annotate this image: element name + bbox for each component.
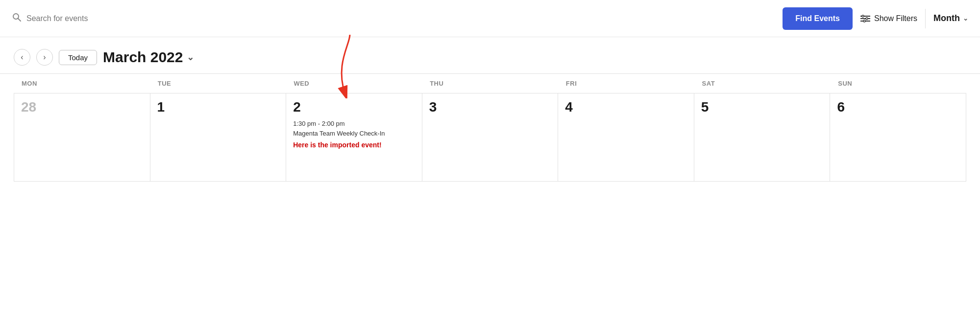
month-chevron-icon: ⌄ <box>963 15 968 22</box>
day-header-wed: WED <box>286 74 422 93</box>
table-row: 28 <box>14 93 150 182</box>
cell-date: 2 <box>293 99 415 115</box>
today-button[interactable]: Today <box>59 50 97 65</box>
month-title-text: March 2022 <box>103 49 183 66</box>
day-headers: MON TUE WED THU FRI SAT SUN <box>0 73 980 93</box>
event-item[interactable]: 1:30 pm - 2:00 pm Magenta Team Weekly Ch… <box>293 119 415 138</box>
calendar-nav: ‹ › Today March 2022 ⌄ <box>0 37 980 73</box>
month-selector-label: Month <box>933 13 960 23</box>
show-filters-button[interactable]: Show Filters <box>860 14 917 23</box>
show-filters-label: Show Filters <box>874 14 917 23</box>
day-header-mon: MON <box>14 74 150 93</box>
month-selector-button[interactable]: Month ⌄ <box>933 13 968 23</box>
day-header-sun: SUN <box>830 74 966 93</box>
cell-date: 28 <box>21 99 143 115</box>
svg-rect-6 <box>866 18 868 20</box>
day-header-thu: THU <box>422 74 558 93</box>
month-chevron-down-icon: ⌄ <box>187 52 194 63</box>
cell-date: 3 <box>429 99 551 115</box>
search-icon <box>12 12 22 24</box>
header-divider <box>925 9 926 28</box>
next-month-button[interactable]: › <box>36 49 53 66</box>
table-row: 1 <box>150 93 287 182</box>
search-area <box>12 12 775 24</box>
day-header-sat: SAT <box>694 74 831 93</box>
imported-event-label: Here is the imported event! <box>293 141 415 149</box>
table-row: 6 <box>830 93 966 182</box>
filter-icon <box>860 15 870 23</box>
month-title[interactable]: March 2022 ⌄ <box>103 49 194 66</box>
svg-rect-7 <box>863 20 865 22</box>
cell-date: 5 <box>701 99 823 115</box>
app-header: Find Events Show Filters Month ⌄ <box>0 0 980 37</box>
prev-month-button[interactable]: ‹ <box>14 49 30 66</box>
table-row: 5 <box>694 93 831 182</box>
table-row: 4 <box>558 93 694 182</box>
day-header-tue: TUE <box>150 74 286 93</box>
event-title: Magenta Team Weekly Check-In <box>293 130 385 137</box>
svg-rect-5 <box>862 15 864 17</box>
cell-date: 6 <box>837 99 959 115</box>
find-events-button[interactable]: Find Events <box>783 7 853 30</box>
table-row: 3 <box>422 93 559 182</box>
table-row: 2 1:30 pm - 2:00 pm Magenta Team Weekly … <box>286 93 422 182</box>
svg-line-1 <box>18 19 21 22</box>
event-time: 1:30 pm - 2:00 pm <box>293 120 345 127</box>
day-header-fri: FRI <box>558 74 694 93</box>
calendar-wrapper: MON TUE WED THU FRI SAT SUN 28 1 <box>0 73 980 182</box>
cell-date: 1 <box>157 99 279 115</box>
cell-date: 4 <box>565 99 687 115</box>
calendar-grid: 28 1 2 1:30 pm - 2:00 pm Magenta Team We… <box>14 93 966 182</box>
search-input[interactable] <box>26 14 154 23</box>
